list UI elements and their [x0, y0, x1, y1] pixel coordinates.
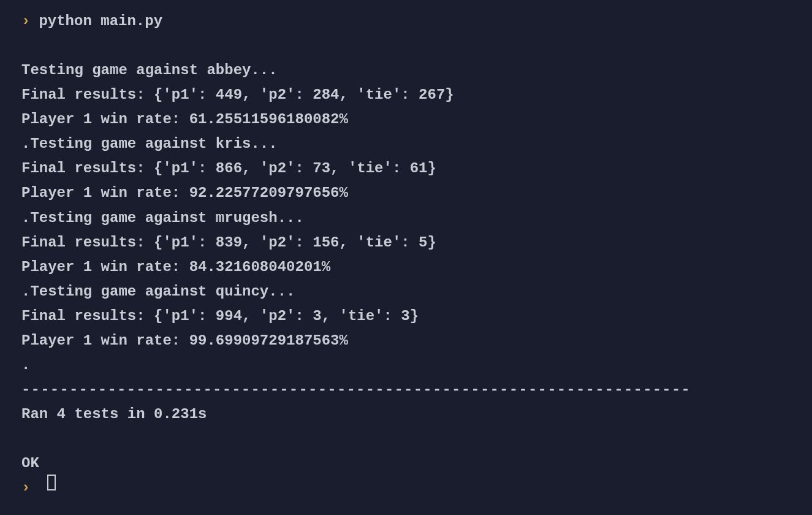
- terminal-output: Testing game against abbey... Final resu…: [21, 58, 791, 476]
- separator-line: ----------------------------------------…: [21, 378, 791, 402]
- test-summary: Ran 4 tests in 0.231s: [21, 402, 791, 427]
- blank-line: [21, 427, 791, 451]
- prompt-arrow-icon: ›: [21, 476, 30, 500]
- command-text: python main.py: [39, 9, 162, 34]
- test-header-mrugesh: .Testing game against mrugesh...: [21, 206, 791, 231]
- test-winrate-quincy: Player 1 win rate: 99.69909729187563%: [21, 329, 791, 353]
- prompt-arrow-icon: ›: [21, 9, 30, 34]
- test-results-abbey: Final results: {'p1': 449, 'p2': 284, 't…: [21, 83, 791, 107]
- test-header-kris: .Testing game against kris...: [21, 132, 791, 156]
- test-results-mrugesh: Final results: {'p1': 839, 'p2': 156, 't…: [21, 231, 791, 255]
- test-winrate-mrugesh: Player 1 win rate: 84.321608040201%: [21, 255, 791, 280]
- test-winrate-kris: Player 1 win rate: 92.22577209797656%: [21, 181, 791, 205]
- test-status: OK: [21, 451, 791, 476]
- test-results-quincy: Final results: {'p1': 994, 'p2': 3, 'tie…: [21, 304, 791, 329]
- test-dot: .: [21, 353, 791, 378]
- test-results-kris: Final results: {'p1': 866, 'p2': 73, 'ti…: [21, 156, 791, 181]
- test-header-quincy: .Testing game against quincy...: [21, 280, 791, 304]
- command-prompt-line-ready[interactable]: ›: [21, 476, 791, 500]
- test-header-abbey: Testing game against abbey...: [21, 58, 791, 83]
- test-winrate-abbey: Player 1 win rate: 61.25511596180082%: [21, 107, 791, 132]
- command-prompt-line: › python main.py: [21, 9, 791, 34]
- cursor-icon: [47, 475, 56, 490]
